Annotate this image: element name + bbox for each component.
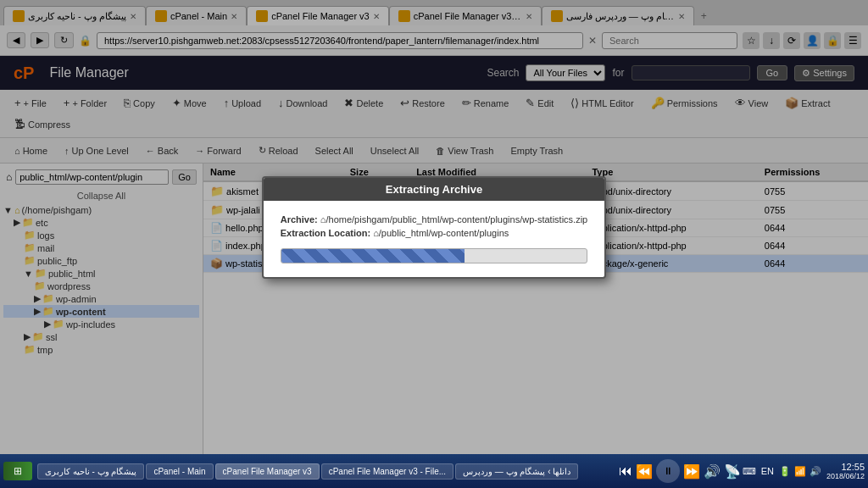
taskbar-item-label-0: پیشگام وپ - ناحیه کاربری [45, 467, 136, 476]
prev-button[interactable]: ⏮ [619, 463, 632, 479]
modal-overlay[interactable]: Extracting Archive Archive: ⌂/home/pishg… [0, 0, 868, 454]
taskbar-item-label-4: دانلها › پیشگام وپ — وردپرس [463, 467, 570, 476]
progress-bar-container [281, 248, 588, 263]
lang-indicator: EN [761, 466, 774, 476]
taskbar-item-1[interactable]: cPanel - Main [146, 463, 213, 480]
clock-time: 12:55 [826, 462, 865, 472]
taskbar-item-2[interactable]: cPanel File Manager v3 [215, 463, 320, 480]
taskbar-item-4[interactable]: دانلها › پیشگام وپ — وردپرس [455, 463, 578, 480]
location-label: Extraction Location: [281, 228, 370, 238]
archive-label: Archive: [281, 214, 318, 225]
volume-button[interactable]: 🔊 [704, 463, 721, 480]
location-field: Extraction Location: ⌂/public_html/wp-co… [281, 228, 588, 238]
tray-icon-1: 🔋 [779, 466, 791, 477]
play-pause-button[interactable]: ⏸ [656, 459, 680, 483]
modal-body: Archive: ⌂/home/pishgam/public_html/wp-c… [264, 201, 605, 277]
archive-field: Archive: ⌂/home/pishgam/public_html/wp-c… [281, 214, 588, 225]
taskbar-items: پیشگام وپ - ناحیه کاربری cPanel - Main c… [37, 463, 614, 480]
volume-tray-icon: 🔊 [810, 466, 821, 477]
extracting-archive-modal: Extracting Archive Archive: ⌂/home/pishg… [262, 176, 607, 279]
taskbar-item-3[interactable]: cPanel File Manager v3 - File... [321, 463, 453, 480]
windows-icon: ⊞ [14, 465, 22, 477]
clock[interactable]: 12:55 2018/06/12 [826, 462, 865, 480]
rewind-button[interactable]: ⏪ [636, 463, 653, 480]
start-button[interactable]: ⊞ [3, 462, 32, 480]
taskbar-item-label-1: cPanel - Main [153, 467, 205, 476]
extra-media-button[interactable]: 📡 [724, 463, 741, 480]
clock-date: 2018/06/12 [826, 472, 865, 480]
play-icon: ⏸ [663, 465, 673, 477]
taskbar: ⊞ پیشگام وپ - ناحیه کاربری cPanel - Main… [0, 454, 868, 488]
taskbar-item-label-2: cPanel File Manager v3 [223, 467, 312, 476]
media-controls: ⏮ ⏪ ⏸ ⏩ 🔊 📡 [619, 459, 741, 483]
modal-header: Extracting Archive [264, 178, 605, 201]
location-path: ⌂/public_html/wp-content/plugins [373, 228, 509, 238]
taskbar-item-0[interactable]: پیشگام وپ - ناحیه کاربری [37, 463, 144, 480]
taskbar-right: ⌨ EN 🔋 📶 🔊 12:55 2018/06/12 [743, 462, 865, 480]
taskbar-item-label-3: cPanel File Manager v3 - File... [329, 467, 446, 476]
progress-bar [281, 249, 465, 263]
fast-forward-button[interactable]: ⏩ [683, 463, 700, 480]
keyboard-icon: ⌨ [743, 466, 756, 477]
system-tray: 🔋 📶 🔊 [779, 466, 821, 477]
progress-container [281, 248, 588, 263]
tray-icon-2: 📶 [794, 466, 806, 477]
archive-path: ⌂/home/pishgam/public_html/wp-content/pl… [320, 214, 587, 225]
